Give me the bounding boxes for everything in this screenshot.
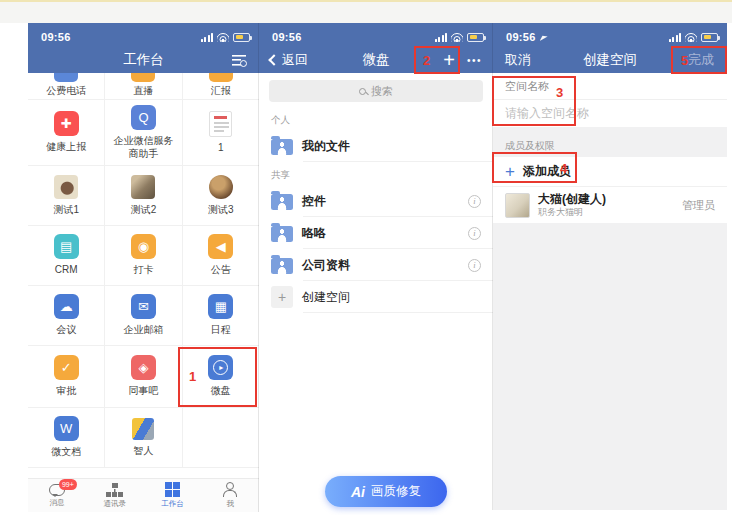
shared-folder-icon <box>271 194 293 210</box>
row-shared-space[interactable]: 公司资料 i <box>259 249 493 281</box>
signal-icon <box>435 33 448 42</box>
app-zhiren[interactable]: 智人 <box>105 408 182 467</box>
public-phone-icon <box>54 73 78 82</box>
tab-workbench[interactable]: 工作台 <box>144 479 202 512</box>
location-arrow-icon <box>540 33 548 41</box>
ai-logo: Ai <box>351 484 365 500</box>
member-name: 大猫(创建人) <box>538 192 606 207</box>
app-wedoc[interactable]: W微文档 <box>28 408 105 467</box>
tab-me[interactable]: 我 <box>201 479 259 512</box>
search-input[interactable]: 搜索 <box>269 80 483 102</box>
member-subtitle: 职务大猫明 <box>538 207 606 218</box>
row-my-files[interactable]: 我的文件 <box>259 130 493 162</box>
back-chevron-icon <box>268 54 279 65</box>
status-time: 09:56 <box>41 31 71 43</box>
signal-icon <box>201 33 214 42</box>
test2-photo-icon <box>131 175 155 199</box>
page-title: 工作台 <box>28 51 259 69</box>
workbench-settings-icon[interactable] <box>232 55 247 66</box>
contacts-icon <box>106 483 123 497</box>
meeting-icon: ☁ <box>54 294 79 319</box>
info-icon[interactable]: i <box>468 227 481 240</box>
search-placeholder: 搜索 <box>371 84 393 99</box>
health-report-icon: ✚ <box>54 111 79 136</box>
app-colleagues[interactable]: ◈同事吧 <box>105 346 182 407</box>
cancel-button[interactable]: 取消 <box>505 51 531 69</box>
workbench-grid-icon <box>165 482 180 497</box>
app-test-3[interactable]: 测试3 <box>183 166 259 225</box>
plus-icon: + <box>271 286 293 308</box>
report-icon <box>209 73 233 82</box>
status-bar: 09:56 <box>493 23 727 47</box>
folder-icon <box>271 139 293 155</box>
workbench-header: 09:56 工作台 <box>28 23 259 73</box>
row-create-space[interactable]: + 创建空间 <box>259 281 493 313</box>
app-test-2[interactable]: 测试2 <box>105 166 182 225</box>
app-mail[interactable]: ✉企业邮箱 <box>105 286 182 345</box>
colleagues-icon: ◈ <box>131 355 156 380</box>
wifi-icon <box>685 33 697 42</box>
chat-bubble-icon: 99+ <box>49 484 65 496</box>
cube-icon <box>132 418 154 440</box>
mail-icon: ✉ <box>131 294 156 319</box>
wifi-icon <box>451 33 463 42</box>
app-doc-1[interactable]: 1 <box>183 100 259 165</box>
wedrive-screen: 09:56 返回 微盘 + ••• 搜索 个 <box>259 23 493 512</box>
megaphone-icon: ◀ <box>208 234 233 259</box>
crm-icon: ▤ <box>54 234 79 259</box>
test1-photo-icon <box>54 175 78 199</box>
tab-messages[interactable]: 99+ 消息 <box>28 479 86 512</box>
app-approval[interactable]: ✓审批 <box>28 346 105 407</box>
done-button[interactable]: 完成 <box>688 51 714 69</box>
search-icon <box>359 88 366 95</box>
app-announcement[interactable]: ◀公告 <box>183 226 259 285</box>
grid-empty-cell <box>183 408 259 467</box>
check-in-pin-icon: ◉ <box>131 234 156 259</box>
create-space-screen: 09:56 取消 创建空间 完成 空间名称 请输入空间名称 成员及权限 + 添加… <box>493 23 727 510</box>
add-button[interactable]: + <box>443 50 455 70</box>
wedrive-play-icon: ▸ <box>208 355 233 380</box>
row-shared-space[interactable]: 控件 i <box>259 185 493 217</box>
battery-icon <box>467 33 484 42</box>
app-check-in[interactable]: ◉打卡 <box>105 226 182 285</box>
top-band <box>0 0 732 23</box>
profile-icon <box>222 482 238 497</box>
app-live[interactable]: 直播 <box>105 73 182 99</box>
info-icon[interactable]: i <box>468 195 481 208</box>
status-time: 09:56 <box>272 31 302 43</box>
app-crm[interactable]: ▤CRM <box>28 226 105 285</box>
wedoc-icon: W <box>54 416 79 441</box>
member-role: 管理员 <box>682 198 715 213</box>
tab-contacts[interactable]: 通讯录 <box>86 479 144 512</box>
member-row[interactable]: 大猫(创建人) 职务大猫明 管理员 <box>493 187 727 223</box>
space-name-input[interactable]: 请输入空间名称 <box>493 100 727 127</box>
more-button[interactable]: ••• <box>467 55 482 66</box>
app-service-assistant[interactable]: Q企业微信服务商助手 <box>105 100 182 165</box>
test3-photo-icon <box>209 175 233 199</box>
back-button[interactable]: 返回 <box>270 51 308 69</box>
app-public-phone[interactable]: 公费电话 <box>28 73 105 99</box>
app-wedrive[interactable]: ▸微盘 <box>183 346 259 407</box>
calendar-icon: ▦ <box>208 294 233 319</box>
workbench-screen: 09:56 工作台 公费电话 直播 汇报 ✚健康上报 Q企业微信服务商助手 1 <box>28 23 259 512</box>
status-time: 09:56 <box>506 31 536 43</box>
row-shared-space[interactable]: 咯咯 i <box>259 217 493 249</box>
info-icon[interactable]: i <box>468 259 481 272</box>
app-test-1[interactable]: 测试1 <box>28 166 105 225</box>
tutorial-screenshot: 09:56 工作台 公费电话 直播 汇报 ✚健康上报 Q企业微信服务商助手 1 <box>0 0 732 515</box>
members-section-label: 成员及权限 <box>493 127 727 157</box>
wedrive-header: 09:56 返回 微盘 + ••• <box>259 23 493 73</box>
battery-icon <box>701 33 718 42</box>
app-health-report[interactable]: ✚健康上报 <box>28 100 105 165</box>
create-space-header: 09:56 取消 创建空间 完成 <box>493 23 727 73</box>
app-meeting[interactable]: ☁会议 <box>28 286 105 345</box>
app-report[interactable]: 汇报 <box>183 73 259 99</box>
app-calendar[interactable]: ▦日程 <box>183 286 259 345</box>
unread-badge: 99+ <box>59 479 77 490</box>
add-member-button[interactable]: + 添加成员 <box>493 157 727 187</box>
status-bar: 09:56 <box>28 23 259 47</box>
service-assistant-icon: Q <box>131 105 156 130</box>
ai-enhance-button[interactable]: Ai 画质修复 <box>325 476 447 507</box>
avatar <box>505 193 530 218</box>
shared-folder-icon <box>271 226 293 242</box>
